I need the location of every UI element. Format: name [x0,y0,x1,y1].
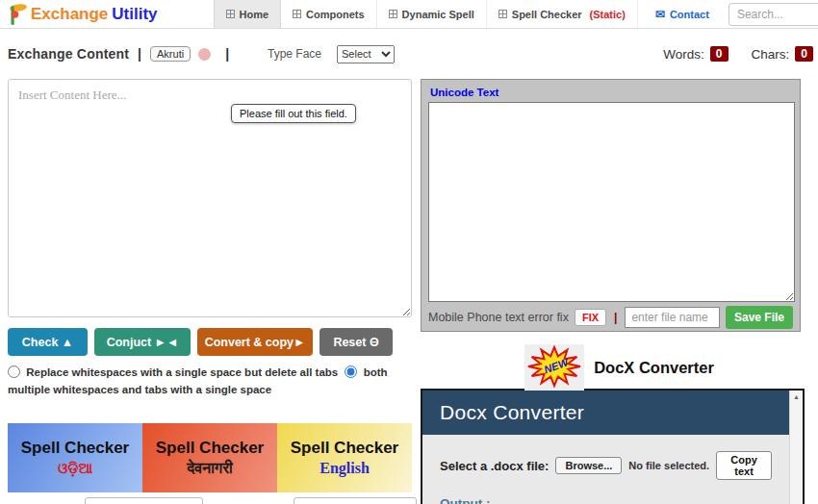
navbar: Exchange Utility Home Componets Dynamic … [0,0,818,29]
tab-contact[interactable]: ✉ Contact [644,0,721,28]
partial-input-right[interactable] [294,497,417,504]
separator-pipe: | [138,46,141,62]
spell-checker-row: Spell Checker ଓଡ଼ିଆ Spell Checker देवनाग… [8,423,412,492]
separator-pipe: | [225,46,229,62]
right-column: Words: 0 Chars: 0 Unicode Text Mobile Ph… [421,42,818,504]
search-group [729,3,818,26]
spell-checker-english-subtitle: English [320,460,370,477]
filename-input[interactable] [625,307,720,328]
spell-checker-devanagari[interactable]: Spell Checker देवनागरी [142,423,277,492]
spell-checker-title: Spell Checker [291,439,398,458]
counters: Words: 0 Chars: 0 [421,42,818,65]
typeface-label: Type Face [268,47,321,61]
scroll-up-icon[interactable]: ▲ [793,393,800,504]
fix-button[interactable]: FIX [575,309,606,326]
content-header: Exchange Content | Akruti | Type Face Se… [8,42,412,65]
app-logo[interactable]: Exchange Utility [0,0,167,28]
action-button-row: Check ▲ Conjuct ►◄ Convert & copy► Reset… [8,328,412,356]
spell-checker-odia[interactable]: Spell Checker ଓଡ଼ିଆ [8,423,142,492]
select-file-label: Select a .docx file: [440,459,549,473]
tab-dynamic-spell[interactable]: Dynamic Spell [377,0,487,28]
typeface-select[interactable]: Select [337,45,395,63]
akruti-button[interactable]: Akruti [150,46,191,62]
editor-wrap: Please fill out this field. [8,79,412,321]
reset-button[interactable]: Reset Θ [320,328,393,356]
search-input[interactable] [729,3,818,26]
docx-file-row: Select a .docx file: Browse... No file s… [440,451,772,480]
no-file-text: No file selected. [628,460,709,471]
save-file-button[interactable]: Save File [726,306,793,329]
left-column: Exchange Content | Akruti | Type Face Se… [8,42,412,492]
spell-checker-devanagari-subtitle: देवनागरी [187,460,233,477]
tab-spell-checker-static[interactable]: Spell Checker (Static) [487,0,638,28]
output-label: Output : [440,496,772,504]
new-starburst-icon: NEW [526,345,582,390]
docx-heading: NEW DocX Converter [421,346,818,389]
logo-text-exchange: Exchange [31,5,108,24]
envelope-icon: ✉ [655,9,665,20]
partial-input-left[interactable] [85,497,203,504]
chars-label: Chars: [752,47,790,62]
page-title: Exchange Content [8,46,129,62]
spell-checker-title: Spell Checker [21,439,129,458]
unicode-panel: Unicode Text Mobile Phone text error fix… [421,79,801,332]
tab-static-suffix: (Static) [590,9,626,20]
status-dot [198,48,211,61]
typeface-group: Type Face Select [268,45,395,63]
tab-home[interactable]: Home [214,0,282,28]
words-count: 0 [710,46,729,62]
spell-checker-title: Spell Checker [156,439,264,458]
grid-icon [226,10,235,18]
docx-converter-panel: Docx Converter Select a .docx file: Brow… [421,389,805,504]
copy-text-button[interactable]: Copy text [716,451,772,480]
words-label: Words: [663,47,704,62]
radio-replace-whitespaces-label[interactable]: Replace whitespaces with a single space … [26,366,338,378]
unicode-panel-title: Unicode Text [428,85,793,98]
separator-pipe: | [614,311,617,324]
docx-heading-title: DocX Converter [594,359,714,377]
grid-icon [389,10,397,18]
grid-icon [498,10,507,18]
radio-replace-whitespaces[interactable] [8,365,20,378]
whitespace-options: Replace whitespaces with a single space … [8,364,412,399]
chars-count: 0 [795,46,813,62]
tab-dynamic-spell-label: Dynamic Spell [402,9,474,20]
unicode-textarea[interactable] [428,102,795,302]
convert-copy-button[interactable]: Convert & copy► [197,328,313,356]
tab-componets[interactable]: Componets [281,0,377,28]
browse-button[interactable]: Browse... [555,457,622,474]
spell-checker-english[interactable]: Spell Checker English [277,423,412,492]
new-badge: NEW [524,344,584,391]
conjuct-button[interactable]: Conjuct ►◄ [94,328,191,356]
check-button[interactable]: Check ▲ [8,328,88,356]
docx-scrollbar[interactable]: ▲ [789,391,803,504]
validation-tooltip: Please fill out this field. [231,104,356,123]
nav-tabs: Home Componets Dynamic Spell Spell Check… [214,0,721,28]
flag-logo-icon [8,3,27,26]
tab-componets-label: Componets [306,9,365,20]
logo-text-utility: Utility [112,5,157,24]
radio-both-whitespaces[interactable] [345,365,357,378]
spell-checker-odia-subtitle: ଓଡ଼ିଆ [58,460,92,477]
docx-panel-body: Select a .docx file: Browse... No file s… [422,435,789,504]
unicode-panel-bottom: Mobile Phone text error fix FIX | Save F… [428,306,793,329]
docx-panel-header: Docx Converter [422,391,789,435]
grid-icon [293,10,301,18]
docx-main: Docx Converter Select a .docx file: Brow… [422,391,789,504]
tab-contact-label: Contact [670,9,709,20]
mobile-fix-label: Mobile Phone text error fix [428,311,569,324]
tab-home-label: Home [240,9,269,20]
tab-spell-checker-label: Spell Checker [512,9,582,20]
